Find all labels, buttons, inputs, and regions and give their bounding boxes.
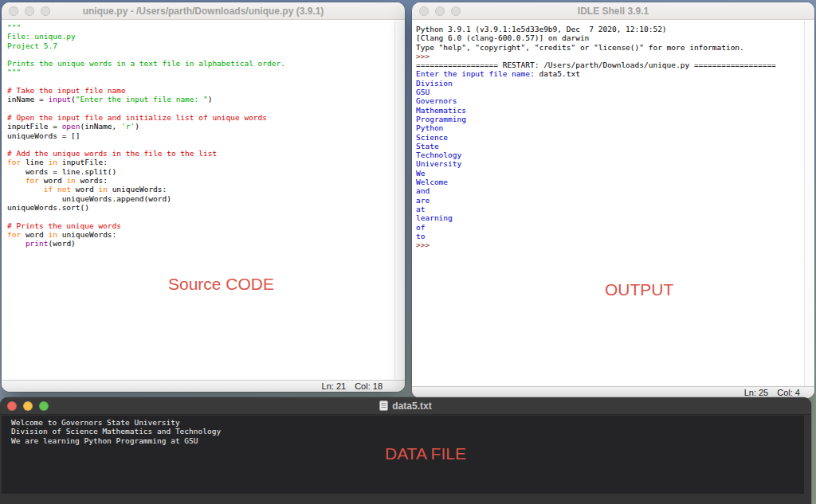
text-line: Governors bbox=[416, 96, 804, 105]
shell-column-indicator: Col: 4 bbox=[777, 388, 800, 397]
text-line: We bbox=[416, 169, 804, 178]
editor-window-title: unique.py - /Users/parth/Downloads/uniqu… bbox=[2, 6, 405, 17]
text-line: Prints the unique words in a text file i… bbox=[7, 59, 394, 68]
text-line: ================== RESTART: /Users/parth… bbox=[416, 61, 804, 69]
text-line: for word in words: bbox=[7, 176, 394, 185]
text-line: to bbox=[416, 232, 804, 240]
shell-output-area[interactable]: Python 3.9.1 (v3.9.1:1e5d33e9b9, Dec 7 2… bbox=[412, 21, 804, 386]
shell-scrollbar[interactable] bbox=[804, 21, 814, 386]
data-file-title-text: data5.txt bbox=[392, 400, 431, 412]
data-file-window-title: data5.txt bbox=[0, 400, 811, 412]
minimize-button-icon[interactable] bbox=[23, 401, 33, 411]
text-line: # Prints the unique words bbox=[7, 221, 394, 230]
text-line bbox=[7, 104, 394, 113]
text-line: # Open the input file and initialize lis… bbox=[7, 113, 394, 122]
editor-titlebar[interactable]: unique.py - /Users/parth/Downloads/uniqu… bbox=[2, 2, 405, 20]
text-line: Mathematics bbox=[416, 106, 804, 115]
text-line: GSU bbox=[416, 88, 804, 96]
text-line: learning bbox=[416, 213, 804, 222]
text-line: State bbox=[416, 142, 804, 150]
annotation-data-file-label: DATA FILE bbox=[385, 444, 466, 463]
zoom-button-icon[interactable] bbox=[41, 6, 50, 16]
editor-scrollbar[interactable] bbox=[394, 21, 405, 380]
minimize-button-icon[interactable] bbox=[25, 6, 34, 16]
shell-titlebar[interactable]: IDLE Shell 3.9.1 bbox=[412, 2, 814, 20]
data-file-window-controls bbox=[7, 401, 49, 411]
text-line: Enter the input file name: data5.txt bbox=[416, 69, 804, 78]
editor-line-indicator: Ln: 21 bbox=[322, 381, 347, 391]
text-line: Division bbox=[416, 79, 804, 88]
text-line: """ bbox=[7, 23, 394, 32]
text-line: of bbox=[416, 223, 804, 232]
idle-editor-window: unique.py - /Users/parth/Downloads/uniqu… bbox=[2, 2, 405, 392]
text-line bbox=[7, 212, 394, 221]
text-line: [Clang 6.0 (clang-600.0.57)] on darwin bbox=[416, 33, 804, 42]
annotation-output-label: OUTPUT bbox=[605, 280, 673, 299]
text-line: Project 5.7 bbox=[7, 41, 394, 50]
text-line: Division of Science Mathematics and Tech… bbox=[11, 427, 804, 436]
close-button-icon[interactable] bbox=[419, 6, 429, 16]
text-line: for line in inputFile: bbox=[7, 158, 394, 166]
shell-line-indicator: Ln: 25 bbox=[744, 388, 769, 397]
editor-code-area[interactable]: """File: unique.pyProject 5.7 Prints the… bbox=[2, 21, 394, 380]
text-line: are bbox=[416, 196, 804, 205]
shell-window-title: IDLE Shell 3.9.1 bbox=[412, 6, 814, 17]
text-line: at bbox=[416, 205, 804, 213]
text-line: Technology bbox=[416, 150, 804, 159]
text-line: words = line.split() bbox=[7, 167, 394, 176]
zoom-button-icon[interactable] bbox=[451, 6, 461, 16]
shell-window-controls bbox=[419, 6, 461, 16]
text-line: Welcome to Governors State University bbox=[11, 418, 804, 427]
text-line: File: unique.py bbox=[7, 32, 394, 41]
text-line: Type "help", "copyright", "credits" or "… bbox=[416, 43, 804, 52]
text-line: Programming bbox=[416, 115, 804, 123]
text-line: uniqueWords = [] bbox=[7, 131, 394, 140]
text-line: Python 3.9.1 (v3.9.1:1e5d33e9b9, Dec 7 2… bbox=[416, 25, 804, 33]
text-line: # Add the unique words in the file to th… bbox=[7, 149, 394, 158]
editor-statusbar: Ln: 21 Col: 18 bbox=[2, 380, 405, 392]
zoom-button-icon[interactable] bbox=[39, 401, 49, 411]
text-line: inputFile = open(inName, 'r') bbox=[7, 122, 394, 131]
text-line: >>> bbox=[416, 52, 804, 61]
text-line: # Take the input file name bbox=[7, 86, 394, 95]
text-line: print(word) bbox=[7, 239, 394, 248]
text-line: and bbox=[416, 186, 804, 195]
editor-window-controls bbox=[9, 6, 50, 16]
text-line: uniqueWords.append(word) bbox=[7, 194, 394, 203]
data-file-titlebar[interactable]: data5.txt bbox=[0, 397, 811, 415]
close-button-icon[interactable] bbox=[9, 6, 18, 16]
document-icon bbox=[379, 400, 388, 411]
text-line: Science bbox=[416, 133, 804, 142]
text-line: """ bbox=[7, 68, 394, 76]
text-line: Welcome bbox=[416, 178, 804, 186]
text-line: University bbox=[416, 159, 804, 168]
shell-statusbar: Ln: 25 Col: 4 bbox=[412, 386, 814, 398]
text-line: for word in uniqueWords: bbox=[7, 230, 394, 239]
annotation-source-code-label: Source CODE bbox=[168, 275, 274, 294]
minimize-button-icon[interactable] bbox=[435, 6, 445, 16]
text-line bbox=[7, 50, 394, 59]
editor-column-indicator: Col: 18 bbox=[355, 381, 382, 391]
text-line: uniqueWords.sort() bbox=[7, 203, 394, 212]
text-line: Python bbox=[416, 123, 804, 132]
text-line: if not word in uniqueWords: bbox=[7, 185, 394, 193]
text-line: inName = input("Enter the input file nam… bbox=[7, 95, 394, 104]
text-line: >>> bbox=[416, 240, 804, 249]
idle-shell-window: IDLE Shell 3.9.1 Python 3.9.1 (v3.9.1:1e… bbox=[412, 2, 814, 398]
text-line bbox=[7, 77, 394, 86]
close-button-icon[interactable] bbox=[7, 401, 17, 411]
text-line bbox=[7, 140, 394, 149]
